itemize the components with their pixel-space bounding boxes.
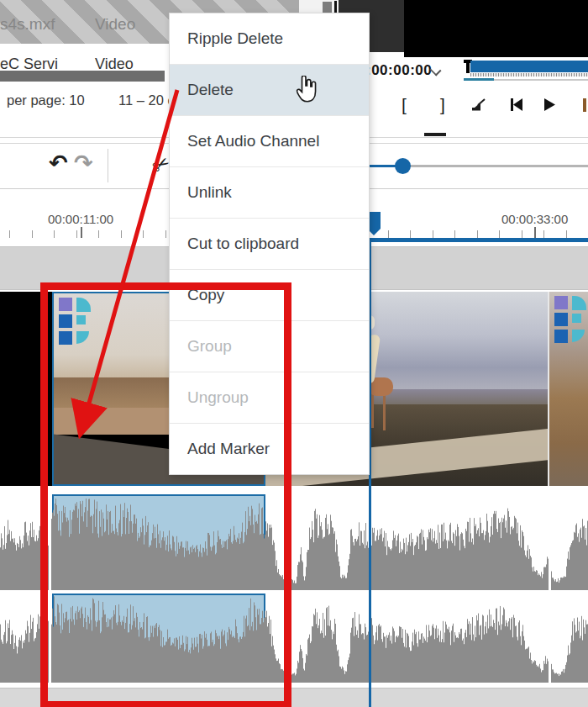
ruler-major-tick xyxy=(81,227,82,238)
watermark-logo xyxy=(554,296,588,348)
timeline-zoom-slider-handle[interactable] xyxy=(395,158,411,174)
undo-icon[interactable]: ↶ xyxy=(49,150,68,177)
skip-to-start-icon[interactable] xyxy=(510,98,523,113)
seekbar-loaded-segment xyxy=(464,78,494,81)
player-viewport xyxy=(404,0,588,57)
play-button-icon[interactable] xyxy=(543,98,556,113)
ruler-range-bar xyxy=(368,238,588,242)
menu-item-cut-to-clipboard[interactable]: Cut to clipboard xyxy=(170,218,369,269)
seekbar-ticks xyxy=(470,73,588,77)
partial-record-icon[interactable] xyxy=(583,98,586,112)
menu-item-unlink[interactable]: Unlink xyxy=(170,166,369,218)
scrollbar-thumb[interactable] xyxy=(323,2,332,13)
player-seekbar[interactable] xyxy=(470,61,588,72)
seekbar-remainder-line xyxy=(494,79,588,81)
video-editor-screen: s4s.mxf Video eC Servi Video per page: 1… xyxy=(0,0,588,707)
items-per-page-label: per page: 10 xyxy=(7,92,85,108)
menu-item-delete[interactable]: Delete xyxy=(170,64,369,115)
annotation-rectangle xyxy=(40,282,291,707)
clip-filename: s4s.mxf xyxy=(0,15,55,34)
hand-cursor-icon xyxy=(293,76,318,106)
list-row-divider-bar xyxy=(0,71,165,82)
clip-type-label: Video xyxy=(95,15,135,34)
timecode-display[interactable]: :00:00:00 xyxy=(366,62,432,79)
ruler-timestamp-right: 00:00:33:00 xyxy=(501,212,568,226)
menu-item-set-audio-channel[interactable]: Set Audio Channel xyxy=(170,115,369,166)
video-clip-3[interactable] xyxy=(548,292,588,486)
redo-icon[interactable]: ↷ xyxy=(74,150,93,177)
scrollbar-end xyxy=(334,1,337,13)
pagination-range-label: 11 – 20 o xyxy=(118,92,176,108)
clip-boundary xyxy=(549,593,551,683)
mark-out-button[interactable]: ] xyxy=(440,95,445,115)
mark-in-button[interactable]: [ xyxy=(402,95,407,115)
llama-leg xyxy=(383,393,386,430)
overwrite-edit-icon[interactable] xyxy=(470,98,487,113)
ruler-major-tick xyxy=(534,227,536,238)
ruler-timestamp-left: 00:00:11:00 xyxy=(48,212,113,226)
llama-leg xyxy=(371,393,374,428)
clip-boundary xyxy=(549,493,551,590)
toolbar-divider xyxy=(108,149,108,182)
menu-item-ripple-delete[interactable]: Ripple Delete xyxy=(170,13,369,64)
seekbar-handle-stem[interactable] xyxy=(466,60,470,73)
panel-splitter-handle[interactable] xyxy=(424,133,446,136)
